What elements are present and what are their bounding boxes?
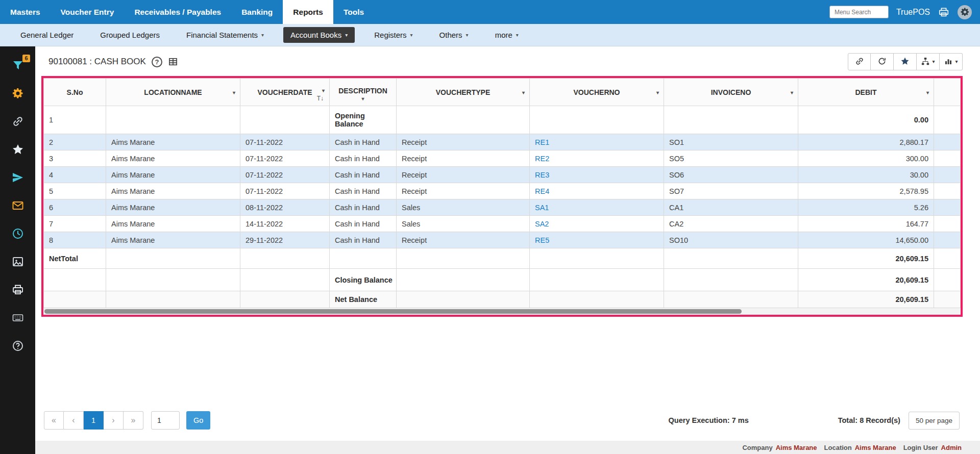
cell-inv (664, 248, 798, 269)
chevron-down-icon: ▾ (516, 33, 519, 38)
cell-inv: CA2 (664, 216, 798, 232)
per-page-select[interactable]: 50 per page (909, 412, 960, 430)
cell-inv: SO1 (664, 134, 798, 150)
permalink-button[interactable] (848, 53, 871, 70)
top-nav-item-receivables-payables[interactable]: Receivables / Payables (124, 0, 231, 24)
image-icon[interactable] (11, 255, 24, 268)
table-row[interactable]: 6Aims Marane08-11-2022Cash in HandSalesS… (44, 199, 961, 216)
voucher-number-link[interactable]: RE5 (535, 236, 549, 244)
sub-nav-item-registers[interactable]: Registers▾ (367, 27, 420, 43)
voucher-number-link[interactable]: RE1 (535, 138, 549, 146)
column-header-type[interactable]: VOUCHERTYPE▾ (397, 79, 530, 106)
query-execution-text: Query Execution: 7 ms (669, 416, 749, 424)
column-menu-caret[interactable]: ▾ (322, 88, 325, 93)
column-header-sno[interactable]: S.No (44, 79, 106, 106)
top-nav-item-tools[interactable]: Tools (333, 0, 374, 24)
column-header-inv[interactable]: INVOICENO▾ (664, 79, 798, 106)
cell-debit: 5.26 (798, 199, 934, 216)
sub-nav-item-grouped-ledgers[interactable]: Grouped Ledgers (93, 27, 167, 43)
go-button[interactable]: Go (186, 411, 210, 430)
table-row[interactable]: 5Aims Marane07-11-2022Cash in HandReceip… (44, 183, 961, 199)
first-page-button[interactable]: « (44, 411, 64, 430)
chevron-down-icon: ▾ (955, 59, 958, 64)
footer-status-bar: Company Aims Marane Location Aims Marane… (35, 441, 980, 454)
column-header-location[interactable]: LOCATIONNAME▾ (106, 79, 240, 106)
top-nav-item-masters[interactable]: Masters (0, 0, 51, 24)
table-row[interactable]: 3Aims Marane07-11-2022Cash in HandReceip… (44, 150, 961, 167)
help-icon[interactable] (11, 339, 24, 352)
hierarchy-menu-button[interactable]: ▾ (917, 53, 940, 70)
keyboard-icon[interactable] (11, 311, 24, 324)
table-row[interactable]: 7Aims Marane14-11-2022Cash in HandSalesS… (44, 216, 961, 232)
column-header-vno[interactable]: VOUCHERNO▾ (530, 79, 664, 106)
goto-page-input[interactable] (151, 411, 180, 430)
favorite-button[interactable] (894, 53, 917, 70)
table-row[interactable]: 8Aims Marane29-11-2022Cash in HandReceip… (44, 232, 961, 248)
table-row[interactable]: 2Aims Marane07-11-2022Cash in HandReceip… (44, 134, 961, 150)
table-row[interactable]: 4Aims Marane07-11-2022Cash in HandReceip… (44, 167, 961, 183)
sub-nav-item-general-ledger[interactable]: General Ledger (13, 27, 81, 43)
table-head-row: S.NoLOCATIONNAME▾VOUCHERDATE▾T↓DESCRIPTI… (44, 79, 961, 106)
link-icon[interactable] (11, 115, 24, 128)
table-row[interactable]: Net Balance20,609.15 (44, 291, 961, 308)
cell-debit: 14,650.00 (798, 232, 934, 248)
column-menu-caret[interactable]: ▾ (791, 89, 793, 95)
column-menu-caret[interactable]: ▾ (522, 89, 525, 95)
menu-search-input[interactable] (829, 6, 889, 18)
sub-nav: General LedgerGrouped LedgersFinancial S… (0, 24, 980, 46)
column-menu-caret[interactable]: ▾ (233, 89, 235, 95)
sub-nav-item-others[interactable]: Others▾ (432, 27, 476, 43)
column-header-desc[interactable]: DESCRIPTION▾ (330, 79, 397, 106)
cell-debit: 20,609.15 (798, 269, 934, 291)
printer-icon[interactable] (11, 283, 24, 296)
column-header-date[interactable]: VOUCHERDATE▾T↓ (240, 79, 330, 106)
cell-debit: 20,609.15 (798, 291, 934, 308)
settings-gear-icon[interactable] (958, 5, 972, 19)
top-nav-right: TruePOS (829, 0, 980, 24)
cell-sno: 4 (44, 167, 106, 183)
voucher-number-link[interactable]: SA1 (535, 204, 549, 212)
clock-icon[interactable] (11, 227, 24, 240)
top-nav-item-banking[interactable]: Banking (231, 0, 283, 24)
grid-view-icon[interactable] (168, 57, 178, 67)
gear-icon[interactable] (11, 87, 24, 100)
filter-icon[interactable]: 6 (11, 59, 24, 72)
voucher-number-link[interactable]: RE3 (535, 171, 549, 179)
prev-page-button[interactable]: ‹ (64, 411, 84, 430)
table-row[interactable]: 1Opening Balance0.00 (44, 106, 961, 134)
cell-desc: Net Balance (330, 291, 397, 308)
table-row[interactable]: NetTotal20,609.15 (44, 248, 961, 269)
voucher-number-link[interactable]: RE2 (535, 155, 549, 163)
send-icon[interactable] (11, 171, 24, 184)
column-menu-caret[interactable]: ▾ (926, 89, 929, 95)
last-page-button[interactable]: » (124, 411, 143, 430)
cell-desc: Cash in Hand (330, 167, 397, 183)
column-menu-caret[interactable]: ▾ (656, 89, 659, 95)
next-page-button[interactable]: › (104, 411, 124, 430)
help-icon[interactable]: ? (152, 57, 162, 67)
sub-nav-item-account-books[interactable]: Account Books▾ (283, 27, 355, 43)
top-nav-item-voucher-entry[interactable]: Voucher Entry (51, 0, 125, 24)
sub-nav-item-more[interactable]: more▾ (488, 27, 526, 43)
sub-nav-item-label: Others (439, 31, 462, 39)
horizontal-scrollbar-thumb[interactable] (44, 309, 742, 314)
voucher-number-link[interactable]: RE4 (535, 187, 549, 195)
column-menu-caret[interactable]: ▾ (335, 96, 391, 102)
cell-vno (530, 106, 664, 134)
table-row[interactable]: Closing Balance20,609.15 (44, 269, 961, 291)
horizontal-scrollbar[interactable] (43, 308, 961, 315)
top-nav-item-reports[interactable]: Reports (283, 0, 333, 24)
voucher-number-link[interactable]: SA2 (535, 220, 549, 228)
column-header-debit[interactable]: DEBIT▾ (798, 79, 934, 106)
sub-nav-item-financial-statements[interactable]: Financial Statements▾ (179, 27, 271, 43)
star-icon[interactable] (11, 143, 24, 156)
status-bar: Query Execution: 7 ms Total: 8 Record(s)… (669, 412, 960, 430)
refresh-button[interactable] (871, 53, 894, 70)
printer-icon[interactable] (938, 6, 950, 18)
chart-menu-button[interactable]: ▾ (940, 53, 963, 70)
brand-logo: TruePOS (896, 8, 930, 17)
page-number-button[interactable]: 1 (84, 411, 104, 430)
mail-icon[interactable] (11, 199, 24, 212)
column-label: INVOICENO (711, 88, 751, 96)
cell-location: Aims Marane (106, 232, 240, 248)
